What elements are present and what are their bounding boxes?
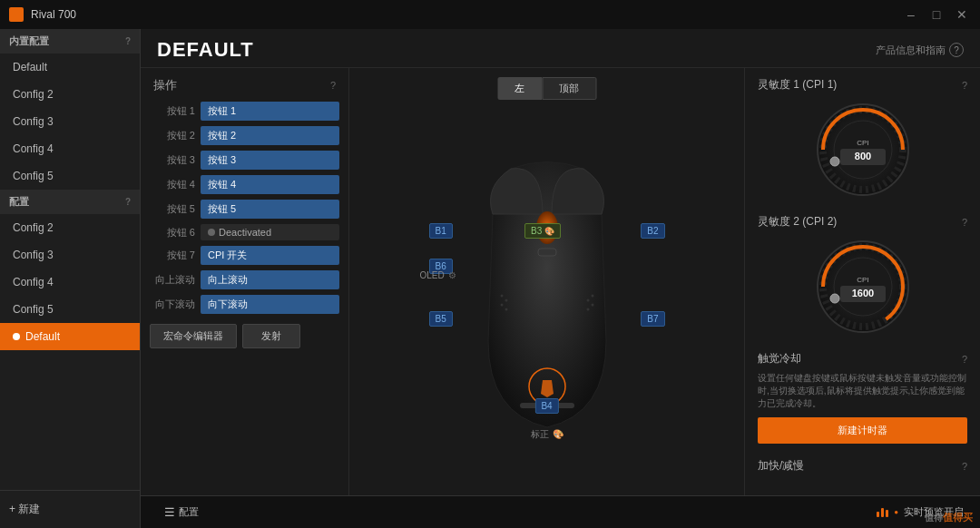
new-button[interactable]: + 新建: [9, 498, 40, 521]
action-label-5: 按钮 5: [150, 202, 195, 216]
button-label-b3[interactable]: B3 🎨: [524, 223, 561, 239]
sidebar-item-config5[interactable]: Config 5: [0, 296, 140, 323]
b3-color-icon: 🎨: [544, 227, 554, 236]
mouse-svg: [475, 160, 620, 432]
cpi1-dial[interactable]: CPI 800: [813, 100, 913, 200]
product-info: 产品信息和指南 ?: [876, 43, 964, 57]
action-value-5[interactable]: 按钮 5: [201, 200, 339, 219]
minimize-button[interactable]: –: [902, 5, 920, 24]
action-label-9: 向下滚动: [150, 298, 195, 311]
sidebar-bottom: + 新建: [0, 490, 140, 528]
timer-button[interactable]: 新建计时器: [758, 417, 967, 444]
close-button[interactable]: ✕: [953, 5, 971, 24]
mouse-area: 左 顶部: [349, 68, 744, 495]
sidebar-item-builtin-config2[interactable]: Config 2: [0, 81, 140, 108]
action-label-6: 按钮 6: [150, 226, 195, 240]
sidebar-item-config4[interactable]: Config 4: [0, 269, 140, 296]
accel-section: 加快/减慢 ?: [758, 458, 967, 474]
sidebar-item-default[interactable]: Default: [0, 323, 140, 350]
svg-text:800: 800: [854, 151, 870, 161]
oled-gear-icon[interactable]: ⚙: [448, 270, 456, 280]
oled-label: OLED ⚙: [420, 270, 456, 280]
bottom-color-icon: 🎨: [553, 429, 564, 439]
page-title: DEFAULT: [157, 38, 254, 62]
accel-help-icon[interactable]: ?: [962, 461, 967, 472]
content-header: DEFAULT 产品信息和指南 ?: [141, 29, 980, 68]
macro-editor-button[interactable]: 宏命令编辑器: [150, 324, 237, 348]
builtin-help-icon[interactable]: ?: [125, 36, 131, 46]
sidebar-item-builtin-config5[interactable]: Config 5: [0, 162, 140, 190]
action-value-7[interactable]: CPI 开关: [201, 246, 339, 265]
config-header: 配置 ?: [0, 190, 140, 214]
bar3: [886, 510, 888, 517]
cpi2-section: 灵敏度 2 (CPI 2) ?: [758, 214, 967, 337]
action-row-2: 按钮 2 按钮 2: [141, 123, 348, 148]
tab-left[interactable]: 左: [497, 77, 542, 100]
tactile-header: 触觉冷却 ?: [758, 351, 967, 367]
window-title: Rival 700: [31, 8, 902, 21]
svg-point-10: [591, 294, 593, 297]
sidebar-item-config3[interactable]: Config 3: [0, 241, 140, 269]
bottom-bar: ☰ 配置 ● 实时预览开启: [141, 495, 980, 528]
config-help-icon[interactable]: ?: [125, 197, 131, 207]
sidebar-item-builtin-default[interactable]: Default: [0, 54, 140, 81]
cpi2-help-icon[interactable]: ?: [962, 217, 967, 228]
action-row-9: 向下滚动 向下滚动: [141, 292, 348, 317]
cpi1-dial-svg: CPI 800: [813, 100, 913, 200]
svg-text:CPI: CPI: [857, 276, 868, 284]
action-label-2: 按钮 2: [150, 129, 195, 142]
cpi2-dial-container: CPI 1600: [758, 237, 967, 337]
mouse-visual: B1 B2 B3 🎨 B4 B5 B6 B7 OLED ⚙ 标正: [447, 142, 647, 450]
action-value-6[interactable]: Deactivated: [201, 224, 339, 240]
content-body: 操作 ? 按钮 1 按钮 1 按钮 2 按钮 2 按钮 3 按钮 3 按钮 4: [141, 68, 980, 495]
maximize-button[interactable]: □: [927, 5, 946, 24]
sidebar-item-builtin-config4[interactable]: Config 4: [0, 135, 140, 162]
realtime-dot: ●: [894, 508, 898, 516]
action-value-4[interactable]: 按钮 4: [201, 175, 339, 194]
svg-rect-5: [538, 249, 556, 256]
action-row-3: 按钮 3 按钮 3: [141, 148, 348, 172]
button-label-b4[interactable]: B4: [534, 398, 558, 414]
action-row-1: 按钮 1 按钮 1: [141, 99, 348, 123]
action-row-5: 按钮 5 按钮 5: [141, 197, 348, 221]
action-label-7: 按钮 7: [150, 249, 195, 262]
watermark: 值得值得买: [925, 511, 973, 524]
action-value-1[interactable]: 按钮 1: [201, 102, 339, 121]
svg-point-31: [830, 294, 839, 303]
tab-top[interactable]: 顶部: [542, 77, 596, 100]
tactile-help-icon[interactable]: ?: [962, 354, 967, 365]
sidebar-item-config2[interactable]: Config 2: [0, 214, 140, 241]
action-value-3[interactable]: 按钮 3: [201, 151, 339, 170]
cpi1-section: 灵敏度 1 (CPI 1) ?: [758, 77, 967, 200]
button-label-b1[interactable]: B1: [429, 223, 453, 239]
svg-point-6: [500, 294, 503, 297]
product-info-icon[interactable]: ?: [949, 43, 964, 57]
cpi1-header: 灵敏度 1 (CPI 1) ?: [758, 77, 967, 93]
action-value-8[interactable]: 向上滚动: [201, 270, 339, 289]
action-value-9[interactable]: 向下滚动: [201, 295, 339, 314]
app-icon: [9, 7, 24, 22]
action-row-8: 向上滚动 向上滚动: [141, 268, 348, 292]
sidebar: 内置配置 ? Default Config 2 Config 3 Config …: [0, 29, 141, 528]
cpi2-header: 灵敏度 2 (CPI 2) ?: [758, 214, 967, 230]
svg-text:CPI: CPI: [857, 139, 868, 147]
cpi1-help-icon[interactable]: ?: [962, 80, 967, 91]
button-label-b2[interactable]: B2: [641, 223, 664, 239]
right-panel: 灵敏度 1 (CPI 1) ?: [744, 68, 980, 495]
fire-button[interactable]: 发射: [242, 324, 300, 348]
title-bar: Rival 700 – □ ✕: [0, 0, 980, 29]
tactile-section: 触觉冷却 ? 设置任何键盘按键或鼠标按键未触发音量或功能控制时,当切换选项后,鼠…: [758, 351, 967, 444]
action-label-4: 按钮 4: [150, 178, 195, 191]
window-controls: – □ ✕: [902, 5, 971, 24]
button-label-b7[interactable]: B7: [641, 311, 664, 327]
sidebar-item-builtin-config3[interactable]: Config 3: [0, 108, 140, 135]
svg-point-9: [505, 308, 507, 310]
actions-help-icon[interactable]: ?: [330, 80, 336, 91]
realtime-bars-icon: [877, 508, 888, 517]
action-value-2[interactable]: 按钮 2: [201, 126, 339, 145]
svg-point-13: [586, 308, 589, 310]
cpi2-dial[interactable]: CPI 1600: [813, 237, 913, 337]
button-label-b5[interactable]: B5: [429, 311, 453, 327]
bottom-label: 标正 🎨: [531, 428, 564, 441]
config-button[interactable]: ☰ 配置: [157, 502, 206, 523]
